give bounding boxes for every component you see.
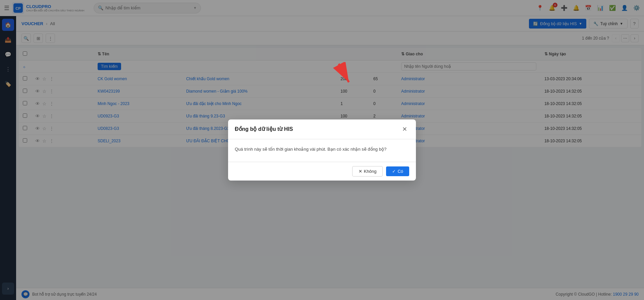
modal-message: Quá trình này sẽ tốn thời gian khoảng và… [235, 146, 409, 153]
modal-overlay[interactable]: Đồng bộ dữ liệu từ HIS ✕ Quá trình này s… [0, 0, 644, 300]
cancel-button[interactable]: ✕ Không [352, 166, 383, 177]
modal-body: Quá trình này sẽ tốn thời gian khoảng và… [228, 139, 416, 162]
confirm-icon: ✓ [392, 169, 396, 174]
modal-title: Đồng bộ dữ liệu từ HIS [235, 126, 293, 132]
cancel-icon: ✕ [359, 169, 362, 174]
confirm-modal: Đồng bộ dữ liệu từ HIS ✕ Quá trình này s… [228, 119, 416, 181]
modal-footer: ✕ Không ✓ Có [228, 162, 416, 181]
modal-close-button[interactable]: ✕ [400, 125, 409, 134]
modal-header: Đồng bộ dữ liệu từ HIS ✕ [228, 119, 416, 139]
confirm-button[interactable]: ✓ Có [386, 166, 409, 176]
